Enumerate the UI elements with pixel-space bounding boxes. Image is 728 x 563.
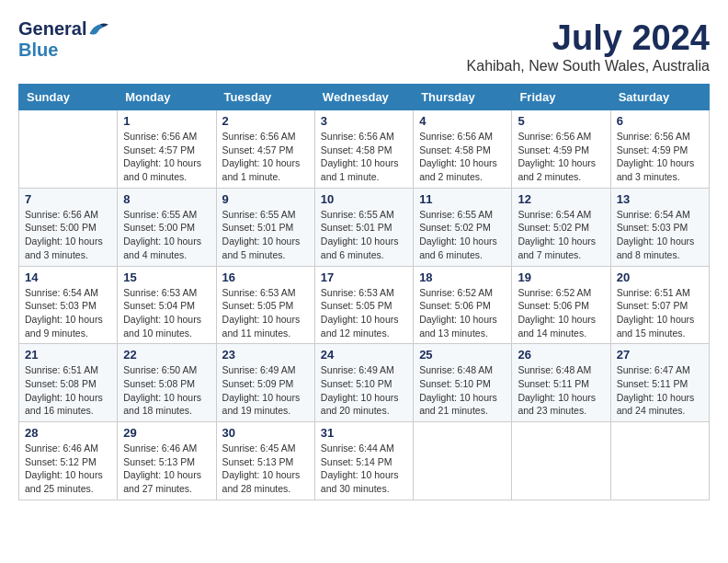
calendar-cell: 18Sunrise: 6:52 AM Sunset: 5:06 PM Dayli…: [414, 266, 512, 344]
calendar-cell: 13Sunrise: 6:54 AM Sunset: 5:03 PM Dayli…: [610, 188, 709, 266]
calendar-cell: 21Sunrise: 6:51 AM Sunset: 5:08 PM Dayli…: [19, 344, 118, 422]
day-info: Sunrise: 6:45 AM Sunset: 5:13 PM Dayligh…: [222, 442, 309, 496]
day-number: 25: [419, 348, 506, 362]
day-number: 24: [321, 348, 407, 362]
day-info: Sunrise: 6:56 AM Sunset: 4:57 PM Dayligh…: [123, 130, 210, 184]
weekday-header-saturday: Saturday: [610, 85, 709, 110]
day-number: 28: [25, 426, 111, 440]
calendar-cell: 4Sunrise: 6:56 AM Sunset: 4:58 PM Daylig…: [414, 110, 512, 189]
day-number: 31: [321, 426, 407, 440]
day-number: 30: [222, 426, 309, 440]
day-info: Sunrise: 6:53 AM Sunset: 5:05 PM Dayligh…: [222, 286, 309, 340]
weekday-header-row: SundayMondayTuesdayWednesdayThursdayFrid…: [19, 85, 710, 110]
day-info: Sunrise: 6:46 AM Sunset: 5:13 PM Dayligh…: [123, 442, 210, 496]
day-number: 18: [419, 270, 506, 284]
day-info: Sunrise: 6:46 AM Sunset: 5:12 PM Dayligh…: [25, 442, 111, 496]
calendar-cell: 22Sunrise: 6:50 AM Sunset: 5:08 PM Dayli…: [118, 344, 216, 422]
calendar-cell: 26Sunrise: 6:48 AM Sunset: 5:11 PM Dayli…: [512, 344, 610, 422]
week-row-3: 14Sunrise: 6:54 AM Sunset: 5:03 PM Dayli…: [19, 266, 710, 344]
logo: General Blue: [18, 18, 108, 61]
day-number: 21: [25, 348, 111, 362]
month-title: July 2024: [467, 18, 710, 58]
day-info: Sunrise: 6:55 AM Sunset: 5:01 PM Dayligh…: [321, 208, 407, 262]
day-info: Sunrise: 6:56 AM Sunset: 4:57 PM Dayligh…: [222, 130, 309, 184]
day-number: 7: [25, 192, 111, 206]
logo-general: General: [18, 18, 86, 40]
day-number: 17: [321, 270, 407, 284]
day-number: 27: [617, 348, 703, 362]
calendar-cell: 30Sunrise: 6:45 AM Sunset: 5:13 PM Dayli…: [216, 422, 314, 500]
week-row-1: 1Sunrise: 6:56 AM Sunset: 4:57 PM Daylig…: [19, 110, 710, 189]
calendar-cell: 25Sunrise: 6:48 AM Sunset: 5:10 PM Dayli…: [414, 344, 512, 422]
day-number: 15: [123, 270, 210, 284]
calendar-cell: [610, 422, 709, 500]
day-info: Sunrise: 6:50 AM Sunset: 5:08 PM Dayligh…: [123, 363, 210, 418]
calendar-cell: 10Sunrise: 6:55 AM Sunset: 5:01 PM Dayli…: [314, 188, 413, 266]
weekday-header-tuesday: Tuesday: [216, 85, 314, 110]
day-number: 29: [123, 426, 210, 440]
day-number: 8: [123, 192, 210, 206]
day-number: 23: [222, 348, 309, 362]
calendar-cell: 2Sunrise: 6:56 AM Sunset: 4:57 PM Daylig…: [216, 110, 314, 189]
calendar-cell: 20Sunrise: 6:51 AM Sunset: 5:07 PM Dayli…: [610, 266, 709, 344]
logo-blue: Blue: [18, 40, 58, 60]
weekday-header-sunday: Sunday: [19, 85, 118, 110]
location-title: Kahibah, New South Wales, Australia: [467, 58, 710, 75]
week-row-2: 7Sunrise: 6:56 AM Sunset: 5:00 PM Daylig…: [19, 188, 710, 266]
title-area: July 2024 Kahibah, New South Wales, Aust…: [467, 18, 710, 75]
day-number: 4: [419, 114, 506, 128]
calendar-cell: 12Sunrise: 6:54 AM Sunset: 5:02 PM Dayli…: [512, 188, 610, 266]
calendar-cell: 29Sunrise: 6:46 AM Sunset: 5:13 PM Dayli…: [118, 422, 216, 500]
calendar-cell: 11Sunrise: 6:55 AM Sunset: 5:02 PM Dayli…: [414, 188, 512, 266]
calendar-cell: 19Sunrise: 6:52 AM Sunset: 5:06 PM Dayli…: [512, 266, 610, 344]
calendar-cell: 24Sunrise: 6:49 AM Sunset: 5:10 PM Dayli…: [314, 344, 413, 422]
day-number: 3: [321, 114, 407, 128]
calendar-cell: 6Sunrise: 6:56 AM Sunset: 4:59 PM Daylig…: [610, 110, 709, 189]
day-number: 20: [617, 270, 703, 284]
day-info: Sunrise: 6:54 AM Sunset: 5:03 PM Dayligh…: [25, 286, 111, 340]
calendar-cell: 3Sunrise: 6:56 AM Sunset: 4:58 PM Daylig…: [314, 110, 413, 189]
calendar-cell: [19, 110, 118, 189]
calendar-cell: 8Sunrise: 6:55 AM Sunset: 5:00 PM Daylig…: [118, 188, 216, 266]
calendar-cell: 23Sunrise: 6:49 AM Sunset: 5:09 PM Dayli…: [216, 344, 314, 422]
weekday-header-friday: Friday: [512, 85, 610, 110]
day-info: Sunrise: 6:44 AM Sunset: 5:14 PM Dayligh…: [321, 442, 407, 496]
calendar-cell: [512, 422, 610, 500]
day-number: 10: [321, 192, 407, 206]
calendar-cell: 14Sunrise: 6:54 AM Sunset: 5:03 PM Dayli…: [19, 266, 118, 344]
day-info: Sunrise: 6:49 AM Sunset: 5:10 PM Dayligh…: [321, 363, 407, 418]
day-info: Sunrise: 6:56 AM Sunset: 4:58 PM Dayligh…: [321, 130, 407, 184]
day-info: Sunrise: 6:55 AM Sunset: 5:00 PM Dayligh…: [123, 208, 210, 262]
weekday-header-monday: Monday: [118, 85, 216, 110]
day-info: Sunrise: 6:54 AM Sunset: 5:03 PM Dayligh…: [617, 208, 703, 262]
day-info: Sunrise: 6:56 AM Sunset: 4:59 PM Dayligh…: [518, 130, 604, 184]
day-info: Sunrise: 6:52 AM Sunset: 5:06 PM Dayligh…: [419, 286, 506, 340]
day-number: 6: [617, 114, 703, 128]
calendar-cell: 17Sunrise: 6:53 AM Sunset: 5:05 PM Dayli…: [314, 266, 413, 344]
day-number: 5: [518, 114, 604, 128]
calendar-cell: 16Sunrise: 6:53 AM Sunset: 5:05 PM Dayli…: [216, 266, 314, 344]
week-row-4: 21Sunrise: 6:51 AM Sunset: 5:08 PM Dayli…: [19, 344, 710, 422]
day-info: Sunrise: 6:55 AM Sunset: 5:02 PM Dayligh…: [419, 208, 506, 262]
day-number: 1: [123, 114, 210, 128]
day-number: 26: [518, 348, 604, 362]
calendar-cell: 15Sunrise: 6:53 AM Sunset: 5:04 PM Dayli…: [118, 266, 216, 344]
header: General Blue July 2024 Kahibah, New Sout…: [18, 18, 710, 75]
calendar-cell: 9Sunrise: 6:55 AM Sunset: 5:01 PM Daylig…: [216, 188, 314, 266]
day-info: Sunrise: 6:51 AM Sunset: 5:08 PM Dayligh…: [25, 363, 111, 418]
day-number: 22: [123, 348, 210, 362]
day-info: Sunrise: 6:53 AM Sunset: 5:05 PM Dayligh…: [321, 286, 407, 340]
calendar-cell: [414, 422, 512, 500]
day-info: Sunrise: 6:47 AM Sunset: 5:11 PM Dayligh…: [617, 363, 703, 418]
logo-bird-icon: [88, 19, 108, 40]
day-number: 2: [222, 114, 309, 128]
day-number: 14: [25, 270, 111, 284]
weekday-header-wednesday: Wednesday: [314, 85, 413, 110]
day-info: Sunrise: 6:48 AM Sunset: 5:11 PM Dayligh…: [518, 363, 604, 418]
day-info: Sunrise: 6:53 AM Sunset: 5:04 PM Dayligh…: [123, 286, 210, 340]
day-number: 12: [518, 192, 604, 206]
day-info: Sunrise: 6:52 AM Sunset: 5:06 PM Dayligh…: [518, 286, 604, 340]
day-number: 9: [222, 192, 309, 206]
day-info: Sunrise: 6:54 AM Sunset: 5:02 PM Dayligh…: [518, 208, 604, 262]
day-info: Sunrise: 6:48 AM Sunset: 5:10 PM Dayligh…: [419, 363, 506, 418]
